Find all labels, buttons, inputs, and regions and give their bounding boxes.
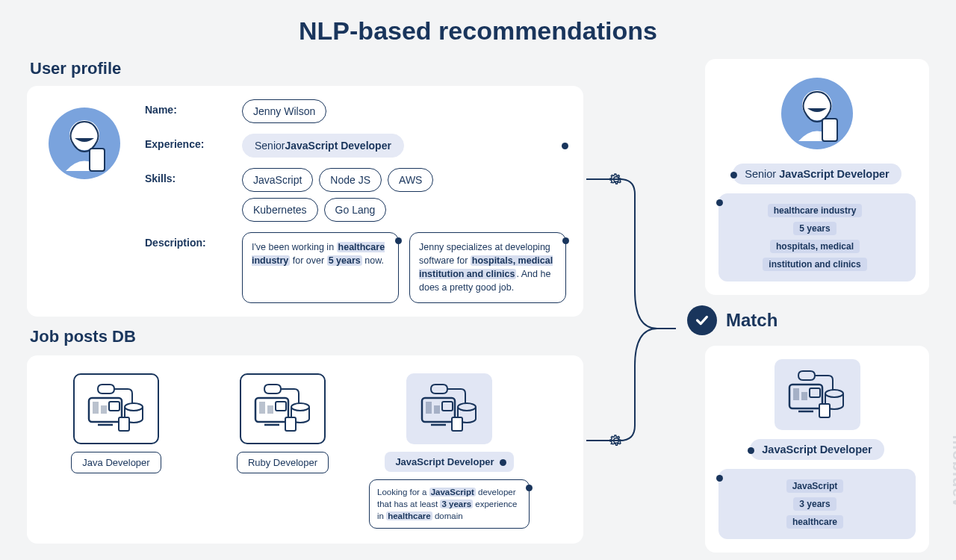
- extracted-job-card: JavaScript Developer JavaScript 3 years …: [705, 346, 929, 553]
- svg-rect-26: [822, 119, 837, 141]
- tag: institution and clinics: [763, 258, 866, 271]
- server-monitor-icon: [73, 373, 159, 444]
- tag: healthcare: [786, 515, 843, 529]
- svg-rect-6: [109, 402, 120, 411]
- tag: JavaScript: [786, 479, 844, 493]
- svg-rect-28: [793, 388, 799, 400]
- match-indicator: Match: [687, 305, 929, 335]
- svg-rect-33: [819, 404, 830, 417]
- extracted-job-tags: JavaScript 3 years healthcare: [718, 469, 916, 539]
- description-box-1: I've been working in healthcare industry…: [242, 232, 399, 303]
- job-label: Ruby Developer: [237, 452, 329, 473]
- user-profile-card: Name: Jenny Wilson Experience: Senior Ja…: [27, 86, 583, 317]
- svg-rect-20: [442, 402, 453, 411]
- gear-icon: [609, 433, 624, 448]
- skills-label: Skills:: [145, 168, 227, 184]
- skill-chip: Go Lang: [324, 198, 387, 222]
- skill-chip: Node JS: [319, 168, 382, 192]
- server-monitor-icon: [775, 359, 860, 430]
- link-dot-icon: [716, 475, 723, 482]
- page-title: NLP-based recommendations: [0, 0, 956, 59]
- name-value: Jenny Wilson: [242, 99, 326, 123]
- link-dot-icon: [562, 237, 569, 244]
- experience-value: Senior JavaScript Developer: [242, 134, 404, 158]
- tag: 3 years: [793, 497, 836, 511]
- svg-rect-2: [90, 149, 105, 171]
- svg-rect-23: [452, 417, 462, 431]
- svg-rect-9: [119, 417, 129, 431]
- match-label: Match: [726, 310, 777, 331]
- link-dot-icon: [730, 172, 737, 178]
- link-dot-icon: [562, 143, 568, 149]
- brand-watermark: mobidev: [949, 435, 956, 508]
- skills-list: JavaScript Node JS AWS Kubernetes Go Lan…: [242, 168, 481, 222]
- description-label: Description:: [145, 232, 227, 249]
- avatar: [43, 102, 125, 184]
- server-monitor-icon: [240, 373, 326, 444]
- tag: hospitals, medical: [770, 240, 860, 253]
- description-box-2: Jenny specializes at developing software…: [409, 232, 566, 303]
- skill-chip: JavaScript: [242, 168, 313, 192]
- link-dot-icon: [526, 485, 533, 491]
- svg-point-15: [291, 403, 309, 411]
- extracted-profile-card: Senior JavaScript Developer healthcare i…: [705, 59, 929, 295]
- svg-rect-30: [810, 388, 820, 397]
- job-post-active: JavaScript Developer Looking for a JavaS…: [376, 373, 522, 529]
- extracted-title: Senior JavaScript Developer: [733, 164, 901, 184]
- extracted-job-title: JavaScript Developer: [750, 439, 884, 460]
- link-dot-icon: [716, 199, 723, 206]
- svg-rect-16: [285, 417, 296, 431]
- job-description: Looking for a JavaScript developer that …: [369, 479, 530, 529]
- server-monitor-icon: [406, 373, 492, 444]
- link-dot-icon: [500, 459, 506, 466]
- svg-rect-4: [93, 402, 99, 414]
- checkmark-icon: [687, 305, 717, 335]
- svg-point-32: [825, 390, 843, 397]
- svg-rect-13: [276, 402, 286, 411]
- svg-rect-18: [426, 402, 432, 414]
- experience-label: Experience:: [145, 134, 227, 150]
- job-post: Ruby Developer: [210, 373, 356, 529]
- link-dot-icon: [748, 447, 754, 454]
- job-label: Java Developer: [71, 452, 161, 473]
- svg-rect-11: [259, 402, 265, 414]
- link-dot-icon: [395, 237, 402, 244]
- job-label-active: JavaScript Developer: [385, 452, 513, 472]
- svg-rect-12: [267, 405, 273, 414]
- jobs-card: Java Developer Ruby Developer JavaScript…: [27, 355, 583, 544]
- skill-chip: AWS: [388, 168, 433, 192]
- tag: healthcare industry: [768, 204, 863, 217]
- tag: 5 years: [793, 222, 836, 235]
- svg-rect-29: [801, 392, 807, 400]
- svg-rect-19: [434, 405, 440, 414]
- extracted-tags: healthcare industry 5 years hospitals, m…: [718, 193, 916, 281]
- svg-point-8: [125, 403, 143, 411]
- name-label: Name:: [145, 99, 227, 116]
- job-post: Java Developer: [43, 373, 189, 529]
- gear-icon: [609, 172, 624, 187]
- avatar: [776, 72, 858, 155]
- svg-point-22: [458, 403, 476, 411]
- svg-rect-5: [101, 405, 107, 414]
- skill-chip: Kubernetes: [242, 198, 318, 222]
